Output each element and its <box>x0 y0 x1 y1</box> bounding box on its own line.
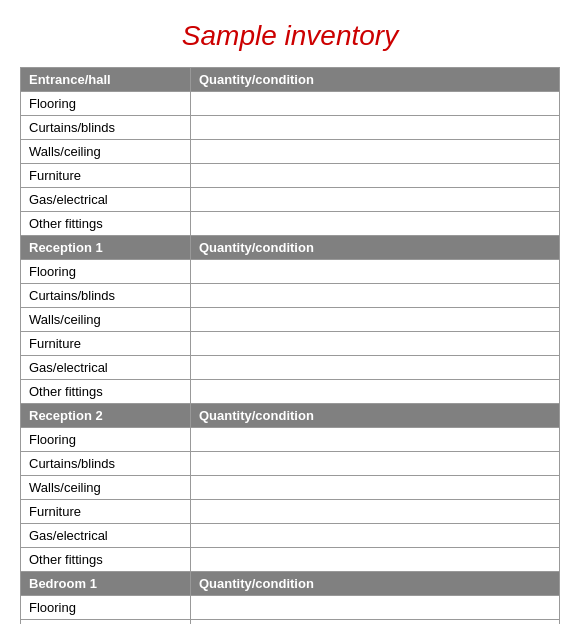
table-row: Curtains/blinds <box>21 116 560 140</box>
item-value[interactable] <box>191 308 560 332</box>
item-label: Flooring <box>21 260 191 284</box>
table-row: Gas/electrical <box>21 188 560 212</box>
item-label: Walls/ceiling <box>21 140 191 164</box>
section-header-reception-2: Reception 2Quantity/condition <box>21 404 560 428</box>
item-value[interactable] <box>191 428 560 452</box>
item-value[interactable] <box>191 188 560 212</box>
item-label: Other fittings <box>21 380 191 404</box>
section-header-entrance-hall: Entrance/hallQuantity/condition <box>21 68 560 92</box>
item-label: Gas/electrical <box>21 524 191 548</box>
section-col2-bedroom-1: Quantity/condition <box>191 572 560 596</box>
table-row: Curtains/blinds <box>21 620 560 625</box>
table-row: Other fittings <box>21 548 560 572</box>
item-label: Furniture <box>21 500 191 524</box>
item-value[interactable] <box>191 92 560 116</box>
item-label: Flooring <box>21 596 191 620</box>
item-label: Curtains/blinds <box>21 452 191 476</box>
item-value[interactable] <box>191 140 560 164</box>
item-value[interactable] <box>191 524 560 548</box>
table-row: Gas/electrical <box>21 524 560 548</box>
table-row: Walls/ceiling <box>21 308 560 332</box>
item-value[interactable] <box>191 548 560 572</box>
item-label: Curtains/blinds <box>21 284 191 308</box>
item-label: Gas/electrical <box>21 188 191 212</box>
item-label: Walls/ceiling <box>21 476 191 500</box>
table-row: Flooring <box>21 92 560 116</box>
table-row: Furniture <box>21 332 560 356</box>
table-row: Furniture <box>21 164 560 188</box>
table-row: Furniture <box>21 500 560 524</box>
table-row: Other fittings <box>21 212 560 236</box>
section-title-entrance-hall: Entrance/hall <box>21 68 191 92</box>
section-title-bedroom-1: Bedroom 1 <box>21 572 191 596</box>
section-col2-entrance-hall: Quantity/condition <box>191 68 560 92</box>
item-label: Curtains/blinds <box>21 116 191 140</box>
item-label: Furniture <box>21 332 191 356</box>
item-label: Flooring <box>21 92 191 116</box>
item-value[interactable] <box>191 500 560 524</box>
item-label: Curtains/blinds <box>21 620 191 625</box>
item-value[interactable] <box>191 596 560 620</box>
section-title-reception-1: Reception 1 <box>21 236 191 260</box>
item-value[interactable] <box>191 116 560 140</box>
table-row: Walls/ceiling <box>21 140 560 164</box>
section-col2-reception-1: Quantity/condition <box>191 236 560 260</box>
table-row: Walls/ceiling <box>21 476 560 500</box>
item-label: Gas/electrical <box>21 356 191 380</box>
table-row: Flooring <box>21 260 560 284</box>
table-row: Flooring <box>21 596 560 620</box>
item-label: Flooring <box>21 428 191 452</box>
page-title: Sample inventory <box>20 20 560 52</box>
item-value[interactable] <box>191 332 560 356</box>
item-value[interactable] <box>191 260 560 284</box>
inventory-table: Entrance/hallQuantity/conditionFlooringC… <box>20 67 560 624</box>
table-row: Gas/electrical <box>21 356 560 380</box>
item-label: Furniture <box>21 164 191 188</box>
section-header-bedroom-1: Bedroom 1Quantity/condition <box>21 572 560 596</box>
table-row: Curtains/blinds <box>21 284 560 308</box>
item-label: Other fittings <box>21 212 191 236</box>
section-title-reception-2: Reception 2 <box>21 404 191 428</box>
table-row: Flooring <box>21 428 560 452</box>
item-value[interactable] <box>191 620 560 625</box>
item-label: Walls/ceiling <box>21 308 191 332</box>
table-row: Curtains/blinds <box>21 452 560 476</box>
section-header-reception-1: Reception 1Quantity/condition <box>21 236 560 260</box>
item-value[interactable] <box>191 380 560 404</box>
item-value[interactable] <box>191 476 560 500</box>
section-col2-reception-2: Quantity/condition <box>191 404 560 428</box>
item-value[interactable] <box>191 284 560 308</box>
table-row: Other fittings <box>21 380 560 404</box>
item-label: Other fittings <box>21 548 191 572</box>
item-value[interactable] <box>191 212 560 236</box>
item-value[interactable] <box>191 452 560 476</box>
item-value[interactable] <box>191 164 560 188</box>
item-value[interactable] <box>191 356 560 380</box>
